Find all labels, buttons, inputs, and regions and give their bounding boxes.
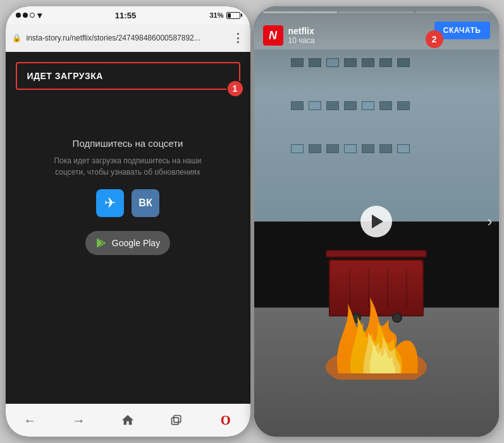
story-time: 10 часа xyxy=(288,36,315,45)
status-time: 11:55 xyxy=(115,11,136,20)
badge-2: 2 xyxy=(426,30,443,48)
social-buttons: ✈ ВК xyxy=(96,189,159,217)
story-header: N netflix 10 часа СКАЧАТЬ 2 xyxy=(254,6,499,52)
tabs-button[interactable] xyxy=(164,408,189,433)
svg-rect-0 xyxy=(172,418,179,425)
battery-percent: 31% xyxy=(209,11,223,19)
opera-button[interactable]: O xyxy=(213,408,238,433)
loading-banner: ИДЕТ ЗАГРУЗКА 1 xyxy=(16,62,240,90)
loading-text: ИДЕТ ЗАГРУЗКА xyxy=(27,71,103,81)
battery-fill xyxy=(228,13,231,18)
google-play-icon xyxy=(95,237,107,249)
badge-1: 1 xyxy=(226,80,244,97)
download-button[interactable]: СКАЧАТЬ 2 xyxy=(434,22,490,39)
telegram-button[interactable]: ✈ xyxy=(96,189,124,217)
status-left: ▾ xyxy=(16,10,42,20)
user-meta: netflix 10 часа xyxy=(288,26,315,45)
vk-button[interactable]: ВК xyxy=(132,189,159,217)
battery-icon xyxy=(226,12,240,19)
tabs-icon xyxy=(170,414,183,427)
story-actions: СКАЧАТЬ 2 xyxy=(434,22,490,39)
play-triangle-icon xyxy=(372,215,383,228)
address-bar[interactable]: 🔒 insta-story.ru/netflix/stories/2474984… xyxy=(6,24,250,52)
subscribe-section: Подпишитесь на соцсети Пока идет загрузк… xyxy=(16,138,240,255)
subscribe-title: Подпишитесь на соцсети xyxy=(73,138,183,149)
google-play-button[interactable]: Google Play xyxy=(85,231,170,255)
status-bar-left: ▾ 11:55 31% xyxy=(6,6,250,24)
status-right: 31% xyxy=(209,11,240,19)
right-phone: N netflix 10 часа СКАЧАТЬ 2 › xyxy=(254,6,499,437)
left-phone: ▾ 11:55 31% 🔒 insta-story.ru/netflix/sto… xyxy=(6,6,250,437)
signal-dots xyxy=(16,13,35,18)
svg-rect-1 xyxy=(174,416,181,423)
story-username: netflix xyxy=(288,26,315,36)
forward-button[interactable]: → xyxy=(66,408,92,433)
home-button[interactable] xyxy=(115,408,140,433)
vk-icon: ВК xyxy=(138,197,152,209)
signal-dot-2 xyxy=(23,13,28,18)
browser-nav: ← → O xyxy=(6,404,250,437)
download-label: СКАЧАТЬ xyxy=(443,26,481,35)
menu-dots-icon[interactable]: ⋮ xyxy=(232,31,244,45)
url-text: insta-story.ru/netflix/stories/247498486… xyxy=(27,34,227,42)
subscribe-desc: Пока идет загрузка подпишитесь на наши с… xyxy=(46,155,210,178)
signal-dot-3 xyxy=(30,13,35,18)
next-arrow[interactable]: › xyxy=(488,213,493,230)
story-user-info: N netflix 10 часа xyxy=(263,25,315,46)
signal-dot-1 xyxy=(16,13,21,18)
browser-content: ИДЕТ ЗАГРУЗКА 1 Подпишитесь на соцсети П… xyxy=(6,52,250,404)
netflix-logo: N xyxy=(263,25,283,46)
wifi-icon: ▾ xyxy=(37,10,42,20)
telegram-icon: ✈ xyxy=(104,195,116,211)
back-button[interactable]: ← xyxy=(17,408,42,433)
home-icon xyxy=(121,413,135,427)
play-button[interactable] xyxy=(360,206,392,237)
google-play-label: Google Play xyxy=(112,238,160,248)
lock-icon: 🔒 xyxy=(12,34,22,42)
